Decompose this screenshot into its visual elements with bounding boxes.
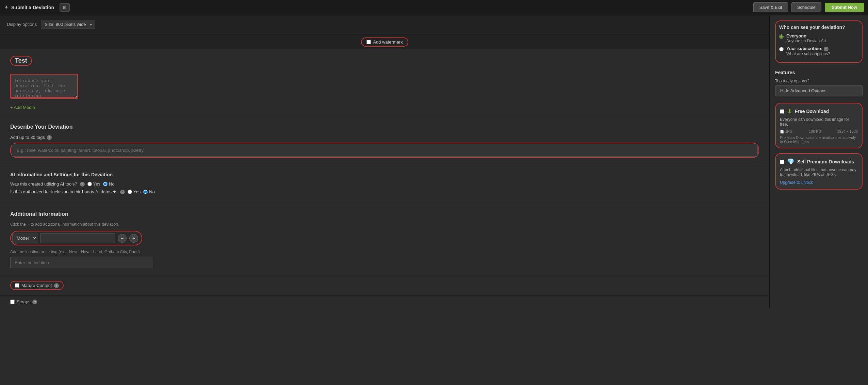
model-row-container: Model − + (10, 231, 759, 245)
display-options-select-wrapper: Size: 900 pixels wide Size: 800 pixels w… (41, 20, 95, 29)
download-meta: 📄 JPG 188 KB 1924 x 1536 (780, 129, 858, 133)
scraps-label: Scraps (17, 299, 30, 304)
ai-q2-yes-radio[interactable] (128, 190, 132, 194)
subscribers-radio[interactable] (779, 47, 784, 51)
display-options-select[interactable]: Size: 900 pixels wide Size: 800 pixels w… (41, 20, 95, 29)
ai-q2-yes-label[interactable]: Yes (128, 189, 141, 194)
subscribers-option: Your subscribers • What are subscription… (779, 46, 858, 56)
watermark-checkbox[interactable] (366, 40, 371, 44)
who-can-see-title: Who can see your deviation? (779, 25, 858, 30)
subscribers-info-icon[interactable]: • (824, 47, 829, 51)
add-model-button[interactable]: + (129, 234, 138, 243)
download-file-type: 📄 JPG (780, 129, 792, 133)
scraps-info-icon[interactable]: ? (32, 300, 37, 304)
everyone-option: Everyone Anyone on DeviantArt (779, 33, 858, 43)
ai-q1-yes-label[interactable]: Yes (87, 181, 100, 187)
submit-now-button[interactable]: Submit Now (825, 3, 864, 12)
describe-section: Describe Your Deviation Add up to 30 tag… (0, 117, 769, 165)
scraps-row: Scraps ? (0, 296, 769, 308)
mature-checkbox-wrapper: Mature Content ? (10, 281, 64, 290)
title-bar-right: Save & Exit Schedule Submit Now (753, 2, 864, 12)
app-icon: ✦ (4, 4, 9, 11)
title-section: Test + Add Media (0, 49, 769, 117)
tags-label: Add up to 30 tags ? (10, 135, 759, 140)
free-download-section: ⬇ Free Download Everyone can download th… (775, 103, 863, 148)
everyone-label: Everyone (786, 33, 826, 38)
who-can-see-section: Who can see your deviation? Everyone Any… (775, 20, 863, 63)
subscribers-option-text: Your subscribers • What are subscription… (786, 46, 830, 56)
ai-q2-no-radio[interactable] (143, 190, 148, 194)
display-options-label: Display options (7, 22, 37, 27)
ai-q2-no-label[interactable]: No (143, 189, 155, 194)
watermark-text: Add watermark (373, 39, 403, 45)
everyone-option-text: Everyone Anyone on DeviantArt (786, 33, 826, 43)
premium-downloads-note: Premium Downloads are available exclusiv… (780, 135, 858, 144)
who-can-see-box: Who can see your deviation? Everyone Any… (775, 20, 863, 63)
description-wrapper (10, 74, 78, 99)
description-textarea[interactable] (10, 74, 78, 98)
describe-section-title: Describe Your Deviation (10, 124, 759, 130)
schedule-button[interactable]: Schedule (791, 2, 821, 12)
premium-download-checkbox[interactable] (780, 160, 784, 164)
watermark-row: Add watermark (0, 34, 769, 49)
ai-title: AI Information and Settings for this Dev… (10, 172, 759, 177)
app-title: Submit a Deviation (11, 5, 54, 10)
upgrade-link[interactable]: Upgrade to unlock (780, 180, 813, 185)
ai-q1-yes-radio[interactable] (87, 182, 92, 186)
additional-subtitle: Click the + to add additional informatio… (10, 222, 759, 227)
tags-info-icon[interactable]: ? (47, 135, 52, 140)
title-tab-icon[interactable]: ⊞ (60, 3, 70, 12)
watermark-label[interactable]: Add watermark (361, 37, 408, 47)
subscribers-label: Your subscribers • (786, 46, 830, 51)
mature-info-icon[interactable]: ? (54, 283, 59, 288)
free-download-header: ⬇ Free Download (780, 108, 858, 115)
premium-download-desc: Attach additional files that anyone can … (780, 167, 858, 177)
tags-input[interactable] (12, 144, 758, 157)
features-title: Features (775, 70, 863, 75)
location-input[interactable] (10, 257, 153, 268)
deviation-title: Test (10, 56, 759, 66)
ai-q1-no-label[interactable]: No (103, 181, 115, 187)
mature-checkbox[interactable] (15, 283, 19, 288)
tags-input-wrapper (10, 143, 759, 158)
free-download-checkbox[interactable] (780, 109, 784, 114)
additional-title: Additional Information (10, 211, 759, 217)
model-select[interactable]: Model (12, 233, 37, 243)
ai-question2-row: Is this authorized for inclusion in thir… (10, 189, 759, 194)
add-media-button[interactable]: + Add Media (10, 105, 35, 110)
free-download-card: ⬇ Free Download Everyone can download th… (775, 103, 863, 148)
free-download-icon: ⬇ (787, 108, 792, 115)
remove-model-button[interactable]: − (118, 234, 127, 243)
everyone-radio[interactable] (779, 34, 784, 39)
premium-download-section: 💎 Sell Premium Downloads Attach addition… (775, 153, 863, 190)
title-bar: ✦ Submit a Deviation ⊞ Save & Exit Sched… (0, 0, 868, 15)
everyone-sub: Anyone on DeviantArt (786, 38, 826, 43)
premium-download-title: Sell Premium Downloads (797, 159, 854, 164)
model-row-circled: Model − + (10, 231, 142, 245)
mature-label: Mature Content (21, 283, 52, 288)
deviation-title-circled: Test (10, 56, 32, 66)
scraps-checkbox[interactable] (10, 300, 15, 304)
right-sidebar: Who can see your deviation? Everyone Any… (769, 15, 868, 308)
content-area: Display options Size: 900 pixels wide Si… (0, 15, 769, 308)
title-bar-left: ✦ Submit a Deviation ⊞ (4, 3, 70, 12)
mature-section: Mature Content ? (0, 275, 769, 296)
free-download-title: Free Download (795, 109, 829, 114)
hide-advanced-button[interactable]: Hide Advanced Options (775, 85, 863, 96)
add-media-row: + Add Media (10, 101, 759, 110)
location-hint: Add the location or setting (e.g., Never… (10, 250, 759, 254)
save-exit-button[interactable]: Save & Exit (753, 2, 788, 12)
premium-icon: 💎 (787, 158, 795, 165)
ai-q1-no-radio[interactable] (103, 182, 108, 186)
subscribers-sub: What are subscriptions? (786, 51, 830, 56)
additional-section: Additional Information Click the + to ad… (0, 204, 769, 275)
main-layout: Display options Size: 900 pixels wide Si… (0, 15, 868, 308)
features-section: Features Too many options? Hide Advanced… (775, 70, 863, 96)
premium-download-header: 💎 Sell Premium Downloads (780, 158, 858, 165)
ai-question1-row: Was this created utilizing AI tools? ? Y… (10, 181, 759, 187)
model-text-input[interactable] (40, 233, 115, 243)
too-many-options-text: Too many options? (775, 79, 863, 83)
ai-q2-info-icon[interactable]: ? (120, 190, 125, 194)
ai-q1-info-icon[interactable]: ? (80, 182, 85, 187)
file-icon: 📄 (780, 130, 784, 133)
